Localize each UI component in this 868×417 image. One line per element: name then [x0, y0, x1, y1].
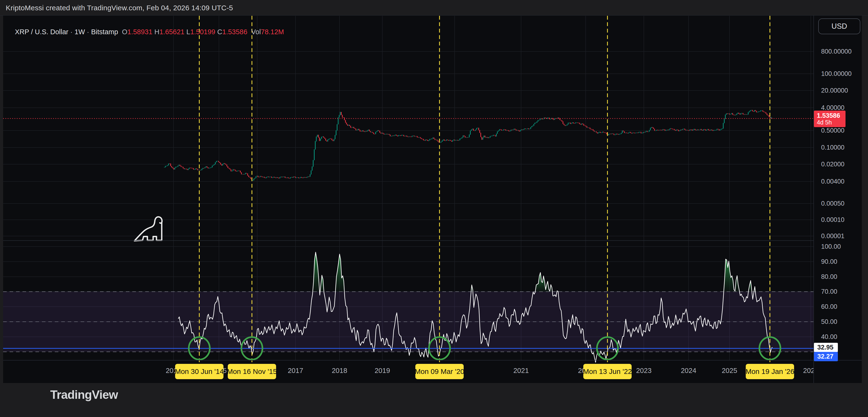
date-marker-label[interactable]: Mon 16 Nov '15 — [228, 364, 276, 379]
volume-label: Vol — [251, 28, 261, 36]
date-marker-label[interactable]: Mon 30 Jun '14 — [175, 364, 223, 379]
bar-countdown: 4d 5h — [817, 119, 845, 126]
year-label: 2024 — [681, 367, 696, 375]
timeaxis-divider — [3, 360, 862, 360]
symbol-legend[interactable]: XRP / U.S. Dollar · 1W · Bitstamp O1.589… — [7, 20, 284, 44]
dinosaur-sticker[interactable] — [134, 217, 162, 241]
exchange: Bitstamp — [91, 28, 118, 36]
date-marker-label[interactable]: Mon 09 Mar '20 — [415, 364, 464, 379]
open-value: 1.58931 — [127, 28, 152, 36]
date-marker-label[interactable]: Mon 19 Jan '26 — [746, 364, 794, 379]
time-axis[interactable]: 2014201520162017201820192020202120222023… — [3, 360, 814, 383]
currency-button[interactable]: USD — [818, 19, 860, 34]
price-axis-tick: 100.00000 — [821, 70, 852, 78]
price-axis-tick: 20.00000 — [821, 87, 848, 94]
close-value: 1.53586 — [222, 28, 247, 36]
low-label: L — [186, 28, 190, 36]
rsi-axis-tick: 70.00 — [821, 288, 837, 295]
price-axis-tick: 0.00010 — [821, 216, 844, 224]
pane-divider[interactable] — [3, 240, 814, 241]
price-axis-tick: 0.02000 — [821, 160, 844, 168]
price-axis-tick: 0.00400 — [821, 178, 844, 185]
date-marker-label[interactable]: Mon 13 Jun '22 — [583, 364, 631, 379]
year-label: 2023 — [636, 367, 652, 375]
rsi-horizontal-line-label: 32.27 — [814, 352, 838, 361]
rsi-axis-tick: 90.00 — [821, 258, 837, 266]
axis-divider[interactable] — [813, 16, 814, 383]
topbar-divider — [0, 15, 868, 16]
chart-canvas[interactable] — [0, 0, 868, 417]
symbol-title[interactable]: XRP / U.S. Dollar — [15, 28, 68, 36]
price-axis-tick: 0.00050 — [821, 200, 844, 207]
year-label: 2027 — [803, 367, 814, 375]
price-axis-tick: 800.00000 — [821, 48, 852, 55]
close-label: C — [217, 28, 222, 36]
open-label: O — [122, 28, 127, 36]
rsi-axis-tick: 40.00 — [821, 333, 837, 340]
tradingview-brand-text[interactable]: TradingView — [50, 388, 118, 402]
year-label: 2018 — [332, 367, 347, 375]
price-axis-tick: 0.10000 — [821, 144, 844, 151]
low-value: 1.50199 — [190, 28, 215, 36]
high-value: 1.65621 — [159, 28, 184, 36]
rsi-value-label: 32.95 — [814, 343, 838, 352]
year-label: 2019 — [375, 367, 390, 375]
rsi-band — [3, 292, 813, 352]
last-price-label: 1.53586 4d 5h — [814, 111, 845, 127]
last-price-value: 1.53586 — [817, 112, 845, 119]
year-label: 2017 — [288, 367, 303, 375]
rsi-overbought-fill — [313, 252, 755, 292]
volume-value: 78.12M — [261, 28, 284, 36]
interval[interactable]: 1W — [75, 28, 85, 36]
price-axis-tick: 4.00000 — [821, 104, 844, 112]
footer-bar: TradingView — [0, 383, 868, 417]
price-axis-tick: 0.50000 — [821, 127, 844, 134]
rsi-axis-tick: 50.00 — [821, 318, 837, 326]
year-label: 2021 — [514, 367, 529, 375]
price-axis-tick: 0.00001 — [821, 233, 844, 240]
high-label: H — [154, 28, 159, 36]
candles[interactable] — [164, 110, 773, 181]
rsi-axis-tick: 60.00 — [821, 303, 837, 310]
year-label: 2025 — [722, 367, 737, 375]
tradingview-screenshot: KriptoMessi created with TradingView.com… — [0, 0, 868, 417]
rsi-axis-tick: 100.00 — [821, 243, 841, 250]
rsi-axis-tick: 80.00 — [821, 273, 837, 280]
